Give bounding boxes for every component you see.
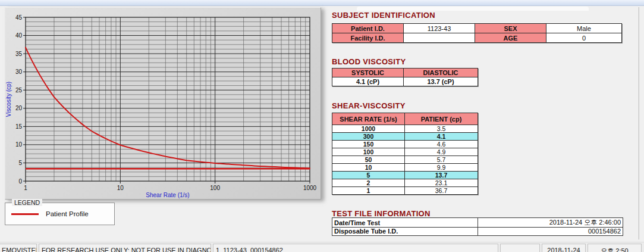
patient-viscosity-cell: 3.5 [405, 125, 478, 133]
patient-id-value: 1123-43 [404, 24, 475, 33]
status-segment-time: 오후 2:50 [588, 244, 642, 252]
patient-viscosity-cell: 4.1 [405, 133, 478, 141]
blood-viscosity-table: SYSTOLIC DIASTOLIC 4.1 (cP) 13.7 (cP) [332, 68, 478, 86]
table-row: 10003.5 [332, 125, 478, 133]
viscometer-report-window: 0510152025303540451101001000Shear Rate (… [0, 0, 644, 252]
status-segment-device: EMOVISTER [0, 244, 37, 252]
viscosity-chart: 0510152025303540451101001000Shear Rate (… [5, 7, 321, 200]
shear-rate-cell: 10 [332, 164, 405, 172]
date-time-test-value: 2018-11-24 오후 2:46:00 [478, 218, 623, 228]
systolic-header: SYSTOLIC [332, 69, 404, 77]
svg-text:Shear Rate (1/s): Shear Rate (1/s) [146, 192, 189, 198]
shear-viscosity-table-body: 10003.53004.11504.61004.9505.7109.9513.7… [332, 125, 478, 195]
table-row: Facility I.D. AGE 0 [332, 33, 622, 43]
shear-viscosity-table: SHEAR RATE (1/s) PATIENT (cp) 10003.5300… [332, 113, 478, 195]
age-label: AGE [475, 33, 546, 43]
age-value: 0 [546, 33, 622, 43]
svg-text:45: 45 [15, 14, 23, 21]
legend-entry: Patient Profile [11, 210, 114, 217]
table-row: Patient I.D. 1123-43 SEX Male [332, 24, 622, 33]
status-bar: EMOVISTER FOR RESEARCH USE ONLY; NOT FOR… [0, 242, 644, 252]
patient-viscosity-cell: 13.7 [405, 172, 478, 179]
table-row: Disposable Tube I.D. 000154862 [332, 228, 623, 236]
svg-text:15: 15 [15, 123, 23, 130]
shear-rate-cell: 1000 [332, 125, 405, 133]
test-file-information-table: Date/Time Test 2018-11-24 오후 2:46:00 Dis… [332, 217, 623, 236]
table-row: 505.7 [332, 156, 478, 164]
series-name-label: Patient Profile [46, 210, 89, 217]
table-row: 4.1 (cP) 13.7 (cP) [332, 77, 478, 86]
window-frame-strip [0, 0, 644, 6]
table-row: 513.7 [332, 172, 478, 179]
diastolic-header: DIASTOLIC [404, 69, 478, 77]
disposable-tube-id-value: 000154862 [478, 228, 623, 236]
table-row: 1504.6 [332, 141, 478, 148]
patient-header: PATIENT (cp) [405, 113, 478, 125]
disposable-tube-id-label: Disposable Tube I.D. [332, 228, 478, 236]
table-row: 109.9 [332, 164, 478, 172]
patient-viscosity-cell: 4.9 [405, 148, 478, 156]
shear-rate-cell: 1 [332, 187, 405, 195]
patient-viscosity-cell: 23.1 [405, 179, 478, 187]
facility-id-value [404, 33, 475, 43]
svg-text:Viscosity (cp): Viscosity (cp) [5, 82, 12, 117]
table-row: Date/Time Test 2018-11-24 오후 2:46:00 [332, 218, 623, 228]
status-segment-disclaimer: FOR RESEARCH USE ONLY; NOT FOR USE IN DI… [39, 244, 211, 252]
svg-text:1000: 1000 [303, 185, 317, 191]
svg-text:10: 10 [15, 141, 23, 148]
svg-text:30: 30 [15, 69, 23, 75]
chart-legend: LEGEND Patient Profile [5, 203, 115, 225]
shear-rate-cell: 300 [332, 133, 405, 141]
test-file-information-title: TEST FILE INFORMATION [332, 209, 431, 218]
table-row: 3004.1 [332, 133, 478, 141]
shear-rate-header: SHEAR RATE (1/s) [332, 113, 405, 125]
patient-viscosity-cell: 4.6 [405, 141, 478, 148]
series-line-swatch [11, 213, 39, 215]
svg-text:20: 20 [15, 105, 23, 111]
svg-text:40: 40 [15, 32, 23, 39]
svg-text:0: 0 [18, 178, 22, 185]
subject-identification-title: SUBJECT IDENTIFICATION [332, 11, 435, 20]
shear-rate-cell: 50 [332, 156, 405, 164]
shear-rate-cell: 100 [332, 148, 405, 156]
status-segment-file: 1_1123-43_000154862 [213, 244, 498, 252]
svg-text:1: 1 [24, 185, 27, 191]
patient-id-label: Patient I.D. [332, 24, 404, 33]
table-row: SYSTOLIC DIASTOLIC [332, 69, 478, 77]
shear-rate-cell: 2 [332, 179, 405, 187]
shear-viscosity-title: SHEAR-VISCOSITY [332, 101, 406, 110]
shear-rate-cell: 150 [332, 141, 405, 148]
date-time-test-label: Date/Time Test [332, 218, 478, 228]
facility-id-label: Facility I.D. [332, 33, 404, 43]
blood-viscosity-title: BLOOD VISCOSITY [332, 57, 406, 66]
sex-label: SEX [475, 24, 546, 33]
table-row: 223.1 [332, 179, 478, 187]
table-row: 136.7 [332, 187, 478, 195]
diastolic-value: 13.7 (cP) [404, 77, 478, 86]
svg-text:5: 5 [18, 160, 22, 166]
legend-title: LEGEND [12, 199, 42, 206]
table-header-row: SHEAR RATE (1/s) PATIENT (cp) [332, 113, 478, 125]
sex-value: Male [546, 24, 622, 33]
panel-divider [639, 7, 639, 239]
patient-viscosity-cell: 36.7 [405, 187, 478, 195]
systolic-value: 4.1 (cP) [332, 77, 404, 86]
patient-viscosity-cell: 9.9 [405, 164, 478, 172]
svg-text:10: 10 [117, 185, 124, 191]
status-segment-date: 2018-11-24 [542, 244, 586, 252]
patient-viscosity-cell: 5.7 [405, 156, 478, 164]
svg-text:35: 35 [15, 51, 23, 57]
status-segment-empty [500, 244, 540, 252]
table-row: 1004.9 [332, 148, 478, 156]
svg-text:25: 25 [15, 87, 23, 94]
svg-text:100: 100 [210, 185, 220, 191]
window-highlight-strip [357, 7, 589, 11]
shear-rate-cell: 5 [332, 172, 405, 179]
subject-identification-table: Patient I.D. 1123-43 SEX Male Facility I… [332, 23, 622, 43]
